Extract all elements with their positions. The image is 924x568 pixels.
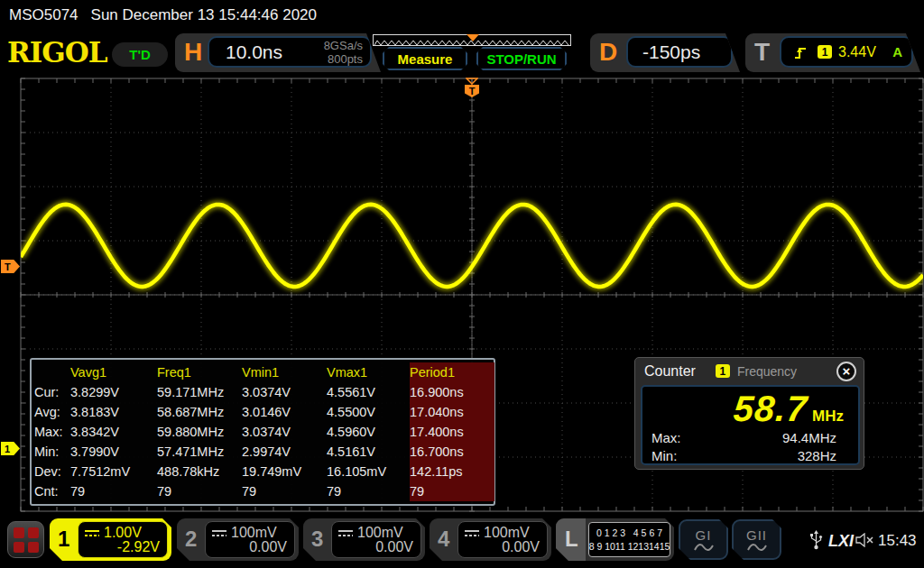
channel-1-readout: 1.00V -2.92V: [78, 521, 168, 558]
measure-header-vmin1[interactable]: Vmin1: [242, 362, 327, 382]
row-label: Min:: [34, 442, 70, 462]
generator-1-button[interactable]: GI: [679, 519, 728, 560]
table-cell: 7.7512mV: [70, 462, 157, 481]
channel-3-offset: 0.00V: [375, 539, 413, 555]
table-cell: 79: [242, 481, 327, 501]
channel-2-readout: 100mV 0.00V: [205, 521, 295, 558]
measure-header-freq1[interactable]: Freq1: [157, 362, 242, 382]
row-label: Cur:: [34, 382, 70, 402]
channel-4-readout: 100mV 0.00V: [457, 521, 548, 558]
counter-max-label: Max:: [651, 430, 681, 445]
logic-row-2: 8 9 1011 12131415: [589, 540, 670, 554]
table-cell: 4.5500V: [327, 402, 410, 422]
trigger-position-triangle-icon: [466, 78, 478, 85]
row-label: Max:: [34, 422, 70, 442]
table-cell: 4.5561V: [327, 382, 410, 402]
counter-value-row: 58.7 MHz: [734, 389, 844, 429]
table-corner: [34, 362, 70, 382]
channel-2-offset: 0.00V: [249, 539, 287, 555]
lxi-indicator: LXI: [828, 532, 854, 551]
measure-header-vmax1[interactable]: Vmax1: [327, 362, 410, 382]
menu-grid-icon: [14, 527, 24, 538]
row-label: Dev:: [34, 462, 70, 481]
counter-min-label: Min:: [651, 448, 677, 463]
counter-mode-label: Frequency: [737, 364, 797, 379]
table-cell: 16.105mV: [327, 462, 410, 481]
channel-2-number: 2: [185, 527, 197, 552]
dc-coupling-icon: [465, 530, 479, 536]
channel-1-number: 1: [58, 527, 69, 552]
logic-row-1: 0 1 2 3 4 5 6 7: [596, 527, 662, 540]
sine-wave-icon: [693, 543, 715, 553]
table-cell: 79: [327, 481, 410, 501]
channel-3-button[interactable]: 3 100mV 0.00V: [303, 518, 425, 561]
table-cell: 3.0374V: [242, 422, 327, 442]
table-cell: 3.0374V: [242, 382, 327, 402]
table-cell: 16.900ns: [410, 382, 494, 402]
counter-panel: Counter 1 Frequency × 58.7 MHz Max: 94.4…: [634, 357, 864, 470]
menu-button[interactable]: [7, 521, 44, 558]
table-cell: 17.040ns: [410, 402, 494, 422]
logic-channels-button[interactable]: L 0 1 2 3 4 5 6 7 8 9 1011 12131415: [556, 518, 674, 561]
channel-3-readout: 100mV 0.00V: [331, 521, 421, 558]
table-cell: 3.7990V: [70, 442, 157, 462]
table-cell: 79: [157, 481, 242, 501]
table-cell: 3.0146V: [242, 402, 327, 422]
channel-4-offset: 0.00V: [502, 539, 540, 555]
table-cell: 3.8342V: [70, 422, 157, 442]
clock-label: 15:43: [878, 532, 917, 550]
table-cell: 58.687MHz: [157, 402, 242, 422]
channel-1-button[interactable]: 1 1.00V -2.92V: [50, 518, 171, 561]
measure-header-period1[interactable]: Period1: [410, 362, 494, 382]
channel-4-number: 4: [438, 527, 449, 552]
table-cell: 79: [70, 481, 157, 501]
measure-header-vavg1[interactable]: Vavg1: [70, 362, 157, 382]
dc-coupling-icon: [338, 530, 353, 536]
counter-body: 58.7 MHz Max: 94.4MHz Min: 328Hz: [641, 385, 860, 465]
close-icon[interactable]: ×: [836, 362, 856, 381]
counter-source-badge: 1: [716, 364, 730, 378]
logic-channel-list: 0 1 2 3 4 5 6 7 8 9 1011 12131415: [588, 522, 670, 557]
counter-min-row: Min: 328Hz: [651, 448, 836, 463]
table-cell: 3.8299V: [70, 382, 157, 402]
counter-max-value: 94.4MHz: [782, 430, 836, 445]
counter-title: Counter: [644, 363, 696, 380]
logic-label: L: [565, 527, 578, 552]
table-cell: 17.400ns: [410, 422, 494, 442]
channel-2-button[interactable]: 2 100mV 0.00V: [177, 518, 299, 561]
generator-1-label: GI: [696, 527, 712, 543]
counter-unit: MHz: [812, 408, 844, 426]
counter-titlebar[interactable]: Counter 1 Frequency ×: [635, 358, 864, 384]
generator-2-label: GII: [746, 527, 767, 543]
table-cell: 57.471MHz: [157, 442, 242, 462]
counter-value: 58.7: [733, 389, 809, 429]
channel-4-button[interactable]: 4 100mV 0.00V: [430, 518, 551, 561]
row-label: Avg:: [34, 402, 70, 422]
table-cell: 4.5161V: [327, 442, 410, 462]
counter-max-row: Max: 94.4MHz: [651, 430, 836, 445]
table-cell: 79: [410, 481, 494, 501]
speaker-muted-icon: [855, 533, 875, 547]
row-label: Cnt:: [34, 481, 70, 501]
table-cell: 3.8183V: [70, 402, 157, 422]
table-cell: 59.880MHz: [157, 422, 242, 442]
usb-icon: [809, 529, 823, 551]
table-cell: 59.171MHz: [157, 382, 242, 402]
table-cell: 488.78kHz: [157, 462, 242, 481]
table-cell: 16.700ns: [410, 442, 494, 462]
table-cell: 142.11ps: [410, 462, 494, 481]
dc-coupling-icon: [85, 530, 99, 536]
counter-min-value: 328Hz: [798, 448, 836, 463]
channel-3-number: 3: [311, 527, 323, 552]
table-cell: 4.5960V: [327, 422, 410, 442]
channel-1-offset: -2.92V: [117, 539, 160, 555]
dc-coupling-icon: [212, 530, 226, 536]
measurement-table: Vavg1 Freq1 Vmin1 Vmax1 Period1 Cur: 3.8…: [30, 358, 495, 506]
table-cell: 19.749mV: [242, 462, 327, 481]
sine-wave-icon: [746, 543, 768, 553]
generator-2-button[interactable]: GII: [732, 519, 781, 560]
oscilloscope-screen: MSO5074 Sun December 13 15:44:46 2020 RI…: [0, 0, 924, 568]
table-cell: 2.9974V: [242, 442, 327, 462]
